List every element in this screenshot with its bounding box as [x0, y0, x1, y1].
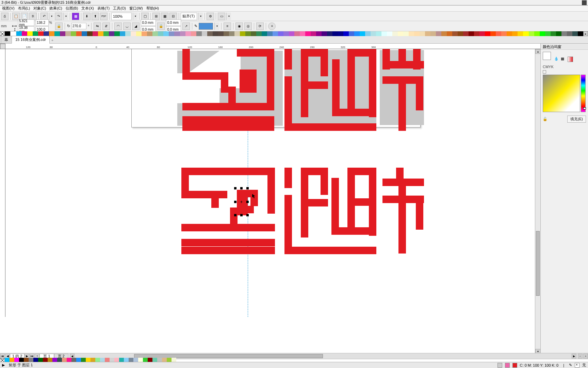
color-swatch[interactable] [436, 31, 441, 36]
menu-help[interactable]: 帮助(H) [145, 5, 160, 11]
color-swatch[interactable] [469, 31, 474, 36]
canvas[interactable] [5, 49, 588, 317]
color-swatch[interactable] [430, 31, 436, 36]
ruler-horizontal[interactable]: 120 80 0 40 80 120 160 200 240 280 320 3… [5, 44, 588, 49]
color-swatch[interactable] [60, 31, 65, 36]
relative-corner-icon[interactable]: ↗ [182, 22, 190, 30]
rotation-field[interactable]: 270.0 [71, 23, 86, 29]
color-swatch[interactable] [501, 31, 507, 36]
red-shape[interactable] [284, 123, 376, 131]
selection-handle-bl[interactable] [234, 214, 236, 216]
zoom-dropdown[interactable]: ▾ [133, 13, 137, 20]
color-swatch[interactable] [44, 31, 49, 36]
red-shape[interactable] [413, 49, 421, 70]
color-swatch[interactable] [529, 31, 534, 36]
color-sample[interactable] [543, 70, 546, 74]
red-shape[interactable] [284, 195, 292, 254]
color-field[interactable] [543, 75, 580, 112]
color-swatch[interactable] [22, 31, 27, 36]
color-swatch[interactable] [109, 31, 114, 36]
corner-scallop-icon[interactable]: ◡ [123, 22, 131, 30]
color-swatch[interactable] [322, 31, 327, 36]
color-swatch[interactable] [420, 31, 425, 36]
color-swatch[interactable] [10, 31, 16, 36]
selection-center[interactable] [240, 201, 243, 203]
scroll-thumb[interactable] [536, 231, 540, 296]
color-swatch[interactable] [169, 31, 174, 36]
red-shape[interactable] [331, 178, 339, 234]
color-swatch[interactable] [403, 31, 409, 36]
hue-slider[interactable] [581, 75, 586, 112]
selection-handle-ml[interactable] [234, 201, 236, 203]
zoom-combo[interactable]: 100% [111, 13, 132, 20]
color-swatch[interactable] [27, 31, 33, 36]
pdf-icon[interactable]: PDF [100, 13, 108, 20]
fullscreen-icon[interactable]: ▢ [141, 13, 149, 20]
color-swatch[interactable] [496, 31, 501, 36]
snap-combo[interactable]: 贴齐(T) [181, 13, 197, 20]
color-swatch[interactable] [338, 31, 343, 36]
color-swatch[interactable] [229, 31, 234, 36]
launch-icon[interactable]: ▦ [72, 13, 79, 20]
color-swatch[interactable] [147, 31, 152, 36]
red-shape[interactable] [240, 70, 257, 93]
color-swatch[interactable] [332, 31, 338, 36]
menu-text[interactable]: 文本(X) [80, 5, 95, 11]
red-shape[interactable] [237, 206, 254, 213]
red-shape[interactable] [181, 168, 275, 175]
color-swatch[interactable] [534, 31, 540, 36]
color-swatch[interactable] [180, 31, 185, 36]
red-shape[interactable] [267, 49, 274, 110]
scale-w-field[interactable]: 138.2 [36, 19, 49, 26]
color-swatch[interactable] [196, 31, 202, 36]
menu-window[interactable]: 窗口(W) [128, 5, 144, 11]
color-swatch[interactable] [152, 31, 158, 36]
color-swatch[interactable] [251, 31, 256, 36]
red-shape[interactable] [416, 196, 423, 230]
color-swatch[interactable] [567, 31, 572, 36]
tab-add-button[interactable]: + [49, 37, 55, 43]
color-swatch[interactable] [256, 31, 262, 36]
color-swatch[interactable] [213, 31, 218, 36]
color-swatch[interactable] [54, 31, 60, 36]
color-swatch[interactable] [65, 31, 71, 36]
red-shape[interactable] [182, 123, 274, 131]
status-fill-swatch[interactable] [512, 363, 517, 368]
color-swatch[interactable] [381, 31, 387, 36]
color-swatch[interactable] [267, 31, 273, 36]
vertical-scrollbar[interactable]: ▴ ▾ [535, 49, 540, 354]
menu-effects[interactable]: 效果(C) [48, 5, 63, 11]
menu-table[interactable]: 表格(T) [96, 5, 111, 11]
guides-icon[interactable]: ⊟ [169, 13, 177, 20]
color-preview[interactable] [543, 52, 551, 60]
snap-dropdown[interactable]: ▾ [198, 13, 203, 20]
color-swatch[interactable] [185, 31, 191, 36]
red-shape[interactable] [181, 224, 275, 231]
color-swatch[interactable] [518, 31, 523, 36]
red-shape[interactable] [284, 247, 376, 254]
color-swatch[interactable] [458, 31, 463, 36]
color-swatch[interactable] [343, 31, 349, 36]
color-swatch[interactable] [76, 31, 82, 36]
color-swatch[interactable] [392, 31, 398, 36]
selection-handle-br[interactable] [246, 214, 249, 216]
color-swatch[interactable] [240, 31, 245, 36]
rulers-icon[interactable]: ⊞ [152, 13, 160, 20]
red-shape[interactable] [284, 49, 292, 70]
color-swatch[interactable] [245, 31, 251, 36]
color-swatch[interactable] [540, 31, 545, 36]
outline-dropdown[interactable]: ▾ [214, 22, 219, 30]
red-shape[interactable] [237, 49, 274, 57]
mirror-h-icon[interactable]: ⇋ [94, 22, 101, 30]
red-shape[interactable] [181, 247, 275, 254]
color-swatch[interactable] [98, 31, 103, 36]
layout-icon[interactable]: ▭ [218, 13, 225, 20]
color-swatch[interactable] [93, 31, 98, 36]
color-swatch[interactable] [71, 31, 76, 36]
corner-round-icon[interactable]: ◠ [114, 22, 122, 30]
color-swatch[interactable] [354, 31, 360, 36]
color-swatch[interactable] [82, 31, 87, 36]
corner-chamfer-icon[interactable]: ◢ [132, 22, 140, 30]
options-icon[interactable]: ⚙ [207, 13, 214, 20]
red-shape[interactable] [267, 168, 275, 214]
